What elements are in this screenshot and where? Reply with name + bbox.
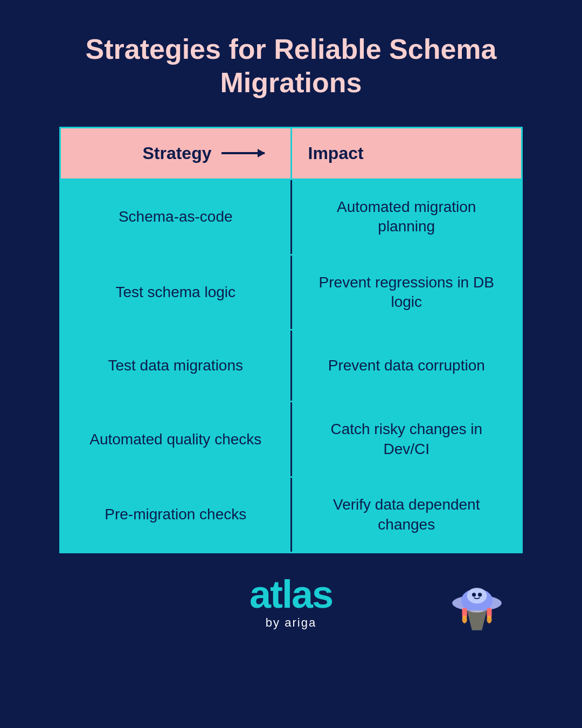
strategy-cell: Pre-migration checks <box>61 478 292 552</box>
impact-cell: Catch risky changes in Dev/CI <box>292 402 522 476</box>
impact-cell: Automated migration planning <box>292 180 522 254</box>
strategy-cell: Schema-as-code <box>61 180 292 254</box>
strategy-cell: Automated quality checks <box>61 402 292 476</box>
strategy-header: Strategy <box>61 128 292 178</box>
svg-point-8 <box>462 615 467 623</box>
impact-cell: Prevent data corruption <box>292 331 522 401</box>
impact-header: Impact <box>292 128 522 178</box>
table-row: Automated quality checksCatch risky chan… <box>61 402 521 478</box>
table-row: Pre-migration checksVerify data dependen… <box>61 478 521 552</box>
table-row: Test data migrationsPrevent data corrupt… <box>61 331 521 402</box>
impact-cell: Prevent regressions in DB logic <box>292 256 522 329</box>
svg-point-3 <box>472 593 476 596</box>
table-header: Strategy Impact <box>61 128 521 180</box>
svg-point-2 <box>467 588 487 603</box>
svg-marker-5 <box>467 610 487 630</box>
svg-point-9 <box>487 615 491 623</box>
logo-sub: by ariga <box>266 616 316 630</box>
table-row: Test schema logicPrevent regressions in … <box>61 256 521 331</box>
footer: atlas by ariga <box>43 575 539 630</box>
header-arrow <box>221 152 265 154</box>
strategy-cell: Test schema logic <box>61 256 292 329</box>
svg-point-4 <box>478 593 482 596</box>
page-title: Strategies for Reliable Schema Migration… <box>43 32 539 100</box>
mascot-icon <box>447 576 507 635</box>
impact-cell: Verify data dependent changes <box>292 478 522 552</box>
logo-main: atlas <box>250 575 332 614</box>
table-body: Schema-as-codeAutomated migration planni… <box>61 180 521 552</box>
table-row: Schema-as-codeAutomated migration planni… <box>61 180 521 256</box>
strategy-table: Strategy Impact Schema-as-codeAutomated … <box>59 127 523 553</box>
strategy-cell: Test data migrations <box>61 331 292 401</box>
